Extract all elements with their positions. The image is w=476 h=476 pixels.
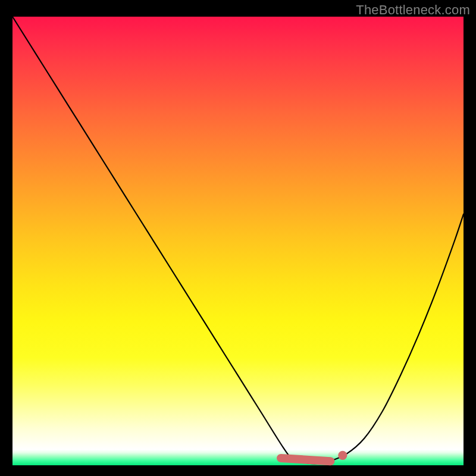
optimal-range-marker [281, 458, 330, 461]
watermark-text: TheBottleneck.com [356, 2, 470, 18]
chart-svg [12, 17, 464, 465]
plot-area [12, 17, 464, 465]
chart-frame: TheBottleneck.com [0, 0, 476, 476]
optimal-point-marker [338, 451, 347, 460]
bottleneck-curve [12, 17, 464, 464]
